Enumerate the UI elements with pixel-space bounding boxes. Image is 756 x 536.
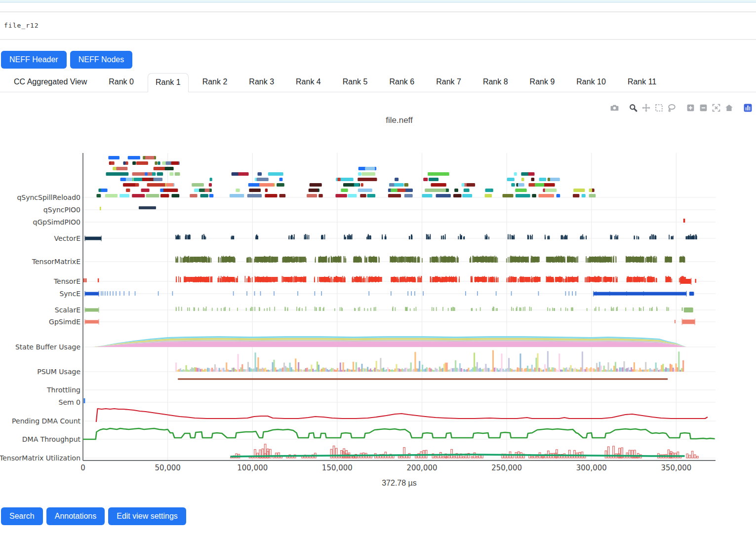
x-axis-duration-label: 372.78 µs: [83, 479, 716, 488]
x-tick-label: 150,000: [322, 463, 353, 472]
trace-qsyncspillreload0: [96, 156, 596, 197]
search-button[interactable]: Search: [1, 507, 43, 525]
neff-header-button[interactable]: NEFF Header: [1, 51, 67, 69]
row-label: Sem 0: [59, 398, 81, 406]
row-label: Throttling: [46, 386, 80, 394]
row-label: DMA Throughput: [22, 435, 81, 443]
timeline-plot[interactable]: qSyncSpillReload0qSyncPIO0qGpSimdPIO0Vec…: [0, 138, 756, 479]
tab-rank-10[interactable]: Rank 10: [568, 73, 614, 92]
x-tick-label: 200,000: [406, 463, 437, 472]
box-select-icon[interactable]: [653, 102, 664, 113]
trace-dma-throughput: [83, 428, 715, 439]
tab-rank-9[interactable]: Rank 9: [522, 73, 563, 92]
autoscale-icon[interactable]: [711, 102, 721, 113]
row-label: PSUM Usage: [37, 368, 80, 376]
lasso-icon[interactable]: [666, 102, 677, 113]
tab-rank-4[interactable]: Rank 4: [288, 73, 329, 92]
x-tick-label: 50,000: [155, 463, 181, 472]
trace-pending-dma-count: [96, 409, 708, 422]
zoom-in-icon[interactable]: [685, 102, 696, 113]
x-tick-label: 100,000: [237, 463, 268, 472]
trace-tensormatrixe: [175, 256, 685, 263]
tab-rank-7[interactable]: Rank 7: [428, 73, 469, 92]
reset-axes-icon[interactable]: [723, 102, 734, 113]
trace-vectore: [84, 234, 697, 241]
row-label: VectorE: [54, 234, 80, 242]
tab-rank-3[interactable]: Rank 3: [241, 73, 282, 92]
tab-rank-0[interactable]: Rank 0: [101, 73, 142, 92]
row-label: qGpSimdPIO0: [33, 218, 80, 226]
x-tick-label: 0: [80, 463, 85, 472]
x-tick-label: 350,000: [661, 463, 691, 472]
x-tick-label: 300,000: [576, 463, 607, 472]
tab-rank-2[interactable]: Rank 2: [195, 73, 236, 92]
trace-qsyncpio0-bar: [139, 206, 156, 209]
footer-button-group: SearchAnnotationsEdit view settings: [1, 507, 186, 525]
plotly-modebar: [609, 102, 753, 113]
trace-sem0-tick: [83, 398, 85, 403]
divider-header: [0, 39, 756, 40]
tab-rank-5[interactable]: Rank 5: [335, 73, 376, 92]
trace-qgpsimdpio0-tick: [683, 219, 685, 223]
row-label: TensorE: [53, 277, 80, 285]
trace-tensore: [83, 276, 696, 285]
trace-state-buffer-usage: [93, 336, 686, 347]
row-label: GpSimdE: [49, 318, 80, 326]
row-label: Pending DMA Count: [12, 417, 80, 425]
neff-nodes-button[interactable]: NEFF Nodes: [70, 51, 132, 69]
x-tick-labels: 050,000100,000150,000200,000250,000300,0…: [80, 463, 691, 472]
trace-psum-usage: [175, 350, 684, 372]
edit-view-settings-button[interactable]: Edit view settings: [108, 507, 186, 525]
row-label: qSyncSpillReload0: [17, 193, 80, 201]
rank-tab-bar: CC Aggregated ViewRank 0Rank 1Rank 2Rank…: [0, 73, 756, 92]
row-labels: qSyncSpillReload0qSyncPIO0qGpSimdPIO0Vec…: [0, 193, 80, 462]
plotly-logo-icon[interactable]: [742, 102, 753, 113]
divider-top: [0, 11, 756, 12]
tab-rank-1[interactable]: Rank 1: [148, 73, 189, 92]
row-label: qSyncPIO0: [43, 206, 80, 214]
tab-rank-8[interactable]: Rank 8: [475, 73, 516, 92]
trace-qsyncpio0-tick: [100, 207, 101, 210]
top-accent-strip: [0, 0, 756, 2]
neff-button-group: NEFF Header NEFF Nodes: [1, 51, 132, 69]
annotations-button[interactable]: Annotations: [46, 507, 105, 525]
zoom-out-icon[interactable]: [698, 102, 709, 113]
x-tick-label: 250,000: [491, 463, 522, 472]
tab-rank-11[interactable]: Rank 11: [620, 73, 664, 92]
zoom-icon[interactable]: [628, 102, 638, 113]
chart-title: file.neff: [83, 115, 716, 125]
row-label: TensorMatrix Utilization: [0, 454, 80, 462]
row-label: SyncE: [59, 290, 80, 298]
tab-cc-aggregated-view[interactable]: CC Aggregated View: [6, 73, 95, 92]
pan-icon[interactable]: [640, 102, 651, 113]
row-label: State Buffer Usage: [15, 343, 80, 351]
row-label: ScalarE: [55, 306, 80, 314]
tab-rank-6[interactable]: Rank 6: [381, 73, 422, 92]
gridlines: [83, 153, 716, 460]
neff-filename: file_r12: [4, 22, 39, 29]
trace-scalare: [84, 306, 693, 312]
row-label: TensorMatrixE: [32, 258, 80, 266]
camera-icon[interactable]: [609, 102, 620, 113]
